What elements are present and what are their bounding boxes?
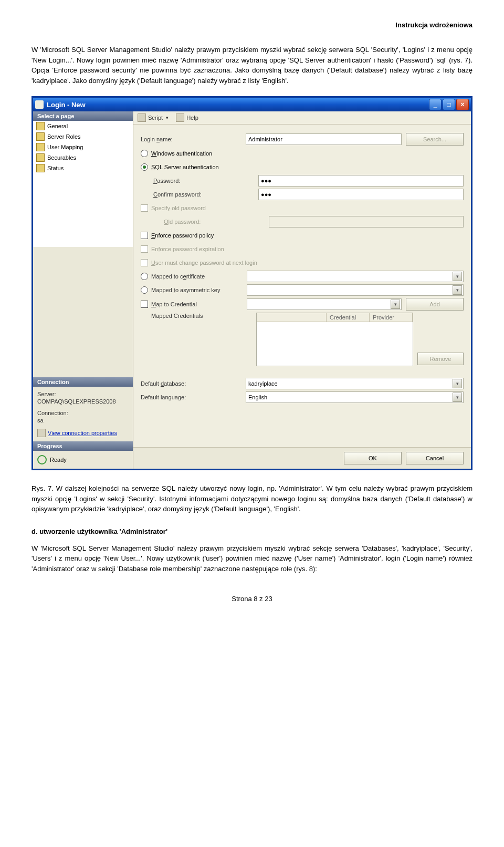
titlebar: Login - New _ □ ×	[33, 98, 471, 111]
close-button[interactable]: ×	[456, 99, 469, 110]
default-database-value: kadryiplace	[248, 380, 278, 387]
script-button[interactable]: Script	[138, 113, 169, 122]
page-footer: Strona 8 z 23	[32, 595, 472, 603]
connection-label: Connection:	[37, 410, 129, 416]
ready-label: Ready	[50, 457, 67, 463]
enforce-policy-checkbox[interactable]	[141, 232, 148, 239]
old-password-input	[269, 216, 464, 228]
mapped-asym-label: Mapped to asymmetric key	[151, 287, 247, 293]
add-button[interactable]: Add	[406, 298, 464, 311]
right-pane: Script Help Login name: Administrator Se…	[133, 111, 471, 469]
minimize-button[interactable]: _	[429, 99, 442, 110]
password-input[interactable]: ●●●	[258, 175, 464, 187]
help-label: Help	[186, 115, 198, 121]
progress-header: Progress	[33, 441, 133, 451]
must-change-checkbox	[141, 259, 148, 266]
mapped-cert-radio[interactable]	[141, 273, 148, 280]
page-server-roles[interactable]: Server Roles	[33, 131, 133, 142]
figure-caption: Rys. 7. W dalszej kolejności na serwerze…	[32, 483, 472, 514]
confirm-password-input[interactable]: ●●●	[258, 189, 464, 200]
cred-col-credential: Credential	[327, 313, 370, 322]
page-label: Server Roles	[47, 133, 81, 140]
default-language-label: Default language:	[141, 394, 246, 400]
page-icon	[36, 153, 45, 162]
must-change-label: User must change password at next login	[151, 260, 257, 266]
script-label: Script	[148, 115, 163, 121]
enforce-policy-label: Enforce password policy	[151, 232, 214, 239]
mapped-credentials-label: Mapped Credentials	[141, 313, 256, 319]
specify-old-checkbox	[141, 204, 148, 212]
ok-button[interactable]: OK	[344, 452, 402, 464]
mapped-asym-radio[interactable]	[141, 286, 148, 294]
ready-icon	[37, 455, 47, 464]
server-label: Server:	[37, 391, 129, 397]
progress-status: Ready	[33, 451, 133, 469]
enforce-expiration-label: Enforce password expiration	[151, 246, 224, 252]
default-language-value: English	[248, 394, 267, 400]
cred-col-empty	[257, 313, 327, 322]
map-credential-checkbox[interactable]	[141, 301, 148, 308]
connection-value: sa	[37, 417, 129, 424]
page-general[interactable]: General	[33, 121, 133, 131]
page-icon	[36, 122, 45, 130]
page-label: User Mapping	[47, 144, 83, 150]
confirm-password-label: Confirm password:	[141, 191, 258, 198]
enforce-expiration-checkbox	[141, 245, 148, 253]
left-pane: Select a page General Server Roles User …	[33, 111, 133, 469]
credentials-grid: Credential Provider	[256, 313, 413, 366]
login-name-input[interactable]: Administrator	[246, 133, 402, 145]
search-button[interactable]: Search...	[406, 133, 464, 146]
default-database-label: Default database:	[141, 380, 246, 387]
bottom-bar: OK Cancel	[133, 447, 471, 469]
mapped-cert-select[interactable]: ▾	[247, 271, 464, 282]
login-name-label: Login name:	[141, 136, 246, 142]
help-icon	[176, 113, 184, 122]
select-page-header: Select a page	[33, 111, 133, 121]
password-label: Password:	[141, 178, 258, 184]
document-header: Instrukcja wdrożeniowa	[32, 21, 472, 29]
sql-auth-label: SQL Server authentication	[151, 164, 219, 170]
page-status[interactable]: Status	[33, 163, 133, 173]
page-securables[interactable]: Securables	[33, 152, 133, 163]
toolbar: Script Help	[133, 111, 471, 125]
window-title: Login - New	[47, 101, 429, 109]
form-area: Login name: Administrator Search... Wind…	[133, 125, 471, 447]
page-icon	[36, 164, 45, 172]
map-credential-label: Map to Credential	[151, 301, 247, 307]
paragraph-3: W 'Microsoft SQL Server Management Studi…	[32, 543, 472, 574]
windows-auth-radio[interactable]	[141, 150, 148, 157]
cancel-button[interactable]: Cancel	[406, 452, 464, 464]
maximize-button[interactable]: □	[443, 99, 455, 110]
windows-auth-label: Windows authentication	[151, 150, 212, 157]
help-button[interactable]: Help	[176, 113, 198, 122]
properties-icon	[37, 429, 46, 437]
map-credential-select[interactable]: ▾	[247, 298, 402, 310]
paragraph-1: W 'Microsoft SQL Server Management Studi…	[32, 45, 472, 86]
page-label: Securables	[47, 154, 76, 161]
page-icon	[36, 132, 45, 141]
server-value: COMPAQ\SQLEXPRESS2008	[37, 398, 129, 405]
section-d-heading: d. utworzenie użytkownika 'Administrator…	[32, 528, 472, 535]
connection-header: Connection	[33, 377, 133, 387]
page-list: General Server Roles User Mapping Secura…	[33, 121, 133, 247]
page-user-mapping[interactable]: User Mapping	[33, 142, 133, 152]
sql-auth-radio[interactable]	[141, 163, 148, 171]
mapped-cert-label: Mapped to certificate	[151, 273, 247, 280]
default-database-select[interactable]: kadryiplace▾	[246, 378, 464, 389]
specify-old-label: Specify old password	[151, 205, 206, 211]
page-label: General	[47, 123, 68, 129]
script-icon	[138, 113, 146, 122]
old-password-label: Old password:	[141, 219, 269, 225]
mapped-asym-select[interactable]: ▾	[247, 284, 464, 296]
remove-button[interactable]: Remove	[417, 353, 464, 365]
view-connection-link[interactable]: View connection properties	[48, 430, 117, 436]
default-language-select[interactable]: English▾	[246, 391, 464, 403]
connection-box: Server: COMPAQ\SQLEXPRESS2008 Connection…	[33, 387, 133, 441]
app-icon	[35, 100, 44, 109]
login-new-window: Login - New _ □ × Select a page General …	[32, 96, 472, 470]
cred-col-provider: Provider	[370, 313, 413, 322]
page-label: Status	[47, 165, 64, 171]
page-icon	[36, 143, 45, 151]
